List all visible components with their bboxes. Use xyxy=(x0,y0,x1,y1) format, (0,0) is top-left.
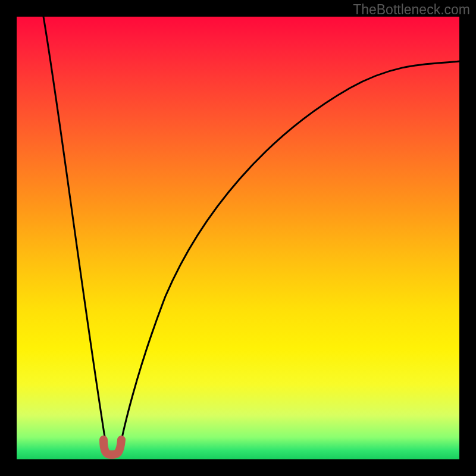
minimum-u-marker xyxy=(104,440,121,455)
bottleneck-curve xyxy=(17,17,459,459)
curve-right-branch xyxy=(119,61,459,452)
watermark-text: TheBottleneck.com xyxy=(353,2,470,18)
chart-frame: TheBottleneck.com xyxy=(0,0,476,476)
curve-left-branch xyxy=(43,17,108,452)
